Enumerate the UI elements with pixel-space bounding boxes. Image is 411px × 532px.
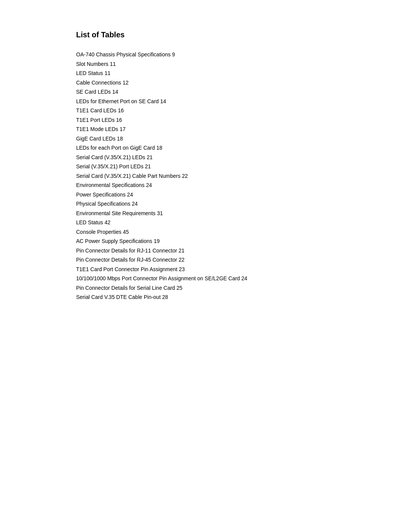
list-item: 10/100/1000 Mbps Port Connector Pin Assi…	[76, 274, 342, 283]
list-item: Slot Numbers 11	[76, 59, 342, 69]
list-item: Environmental Site Requirements 31	[76, 209, 342, 218]
list-item: Cable Connections 12	[76, 78, 342, 88]
list-item: T1E1 Card Port Connector Pin Assignment …	[76, 265, 342, 274]
list-item: Console Properties 45	[76, 227, 342, 237]
list-item: LED Status 42	[76, 218, 342, 227]
list-item: Pin Connector Details for RJ-11 Connecto…	[76, 246, 342, 256]
list-item: LEDs for each Port on GigE Card 18	[76, 143, 342, 153]
list-item: AC Power Supply Specifications 19	[76, 236, 342, 246]
list-item: LEDs for Ethernet Port on SE Card 14	[76, 97, 342, 106]
list-item: Serial Card (V.35/X.21) Cable Part Numbe…	[76, 171, 342, 181]
list-item: Serial (V.35/X.21) Port LEDs 21	[76, 162, 342, 171]
list-item: T1E1 Mode LEDs 17	[76, 125, 342, 134]
list-item: T1E1 Port LEDs 16	[76, 115, 342, 125]
list-item: LED Status 11	[76, 69, 342, 78]
list-item: Serial Card (V.35/X.21) LEDs 21	[76, 153, 342, 162]
list-item: Serial Card V.35 DTE Cable Pin-out 28	[76, 292, 342, 302]
list-item: Physical Specifications 24	[76, 199, 342, 209]
list-item: T1E1 Card LEDs 16	[76, 106, 342, 115]
list-item: Pin Connector Details for RJ-45 Connecto…	[76, 255, 342, 265]
list-item: GigE Card LEDs 18	[76, 134, 342, 144]
page-container: List of Tables OA-740 Chassis Physical S…	[0, 0, 411, 532]
list-item: SE Card LEDs 14	[76, 87, 342, 97]
list-item: Pin Connector Details for Serial Line Ca…	[76, 283, 342, 293]
list-item: Power Specifications 24	[76, 190, 342, 200]
list-item: Environmental Specifications 24	[76, 181, 342, 190]
table-list: OA-740 Chassis Physical Specifications 9…	[76, 50, 342, 302]
page-title: List of Tables	[76, 30, 342, 39]
list-item: OA-740 Chassis Physical Specifications 9	[76, 50, 342, 59]
